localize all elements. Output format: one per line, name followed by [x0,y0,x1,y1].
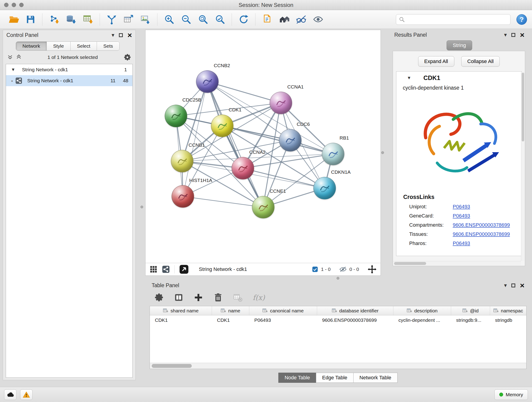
pan-crosshair-icon[interactable] [368,265,376,274]
edge-HIST1H1A-CCNE1[interactable] [183,196,263,207]
help-button[interactable]: ? [516,14,527,25]
delete-table-button[interactable] [233,293,243,302]
cloud-button[interactable] [4,389,17,400]
network-collection-row[interactable]: ▼ String Network - cdk1 1 [6,64,133,75]
window-minimize-button[interactable] [12,3,16,7]
birds-eye-view-icon[interactable] [150,265,157,273]
open-panels-button[interactable] [260,12,274,27]
panel-maximize-icon[interactable] [511,283,515,287]
tab-network-table[interactable]: Network Table [353,373,398,383]
gene-collapse-icon[interactable]: ▼ [407,75,413,80]
search-field[interactable] [396,14,510,25]
network-canvas[interactable]: CCNB2CCNA1CDC25BCDK1CDC6RB1CCNB1CCNA2CDK… [146,30,380,263]
edge-CDK1-RB1[interactable] [222,126,333,154]
collapse-all-icon[interactable] [7,54,13,60]
column-header-canonical-name[interactable]: canonical name [249,306,317,315]
toggle-glass-effect-button[interactable] [294,12,308,27]
tab-network[interactable]: Network [16,42,47,51]
tab-string[interactable]: String [447,40,472,51]
create-column-button[interactable] [194,293,203,302]
column-header-database-identifier[interactable]: database identifier [317,306,393,315]
memory-button[interactable]: Memory [494,389,528,400]
column-header-shared-name[interactable]: shared name [150,306,212,315]
table-horizontal-scrollbar[interactable] [150,363,526,369]
string-network-icon[interactable] [162,265,170,273]
zoom-out-button[interactable] [179,12,193,27]
open-session-button[interactable] [6,12,21,27]
splitter-handle-left[interactable] [140,206,143,208]
splitter-handle-right[interactable] [381,151,384,154]
network-options-gear-icon[interactable] [123,53,131,61]
search-input[interactable] [407,17,507,22]
collapse-all-button[interactable]: Collapse All [461,56,500,67]
new-network-button[interactable] [121,12,136,27]
import-network-database-button[interactable] [64,12,78,27]
export-image-button[interactable] [138,12,153,27]
splitter-handle-bottom[interactable] [336,277,339,280]
column-header-namespac[interactable]: namespac [490,306,526,315]
results-horizontal-scrollbar[interactable] [393,261,521,266]
crosslink-value-link[interactable]: 9606.ENSP00000378699 [453,231,510,237]
show-columns-button[interactable] [174,293,184,302]
delete-column-button[interactable] [213,293,223,302]
selected-checkbox-icon[interactable] [312,266,318,273]
refresh-view-button[interactable] [236,12,251,27]
node-CDC6[interactable] [279,129,302,152]
panel-float-icon[interactable]: ▾ [504,32,507,38]
expand-all-button[interactable]: Expand All [418,56,454,67]
zoom-in-button[interactable] [162,12,177,27]
node-CCNB1[interactable] [171,150,193,172]
node-CDKN1A[interactable] [313,177,336,199]
panel-float-icon[interactable]: ▾ [504,283,507,288]
table-settings-button[interactable] [154,293,164,302]
scrollbar-thumb[interactable] [152,364,192,368]
save-session-button[interactable] [23,12,38,27]
column-header--id[interactable]: @id [451,306,490,315]
import-network-file-button[interactable] [47,12,61,27]
tab-sets[interactable]: Sets [97,42,119,51]
crosslink-value-link[interactable]: P06493 [453,204,470,210]
node-CDC25B[interactable] [165,105,187,127]
node-CCNB2[interactable] [196,70,219,93]
node-CCNE1[interactable] [252,196,274,218]
network-tools-button[interactable] [104,12,119,27]
string-home-button[interactable] [277,12,291,27]
zoom-selected-button[interactable] [213,12,227,27]
crosslink-value-link[interactable]: 9606.ENSP00000378699 [453,222,510,228]
warnings-button[interactable] [20,389,32,400]
column-header-description[interactable]: description [393,306,451,315]
tab-edge-table[interactable]: Edge Table [316,373,354,383]
window-zoom-button[interactable] [19,3,24,7]
toggle-enhanced-graphics-button[interactable] [311,12,325,27]
open-in-browser-button[interactable] [179,264,189,274]
zoom-fit-button[interactable] [196,12,210,27]
node-CDK1[interactable] [211,115,234,137]
column-header-name[interactable]: name [212,306,249,315]
network-row[interactable]: ● String Network - cdk1 11 48 [6,75,133,86]
node-CCNA2[interactable] [232,157,254,179]
tab-select[interactable]: Select [70,42,97,51]
node-HIST1H1A[interactable] [172,185,194,208]
crosslink-value-link[interactable]: P06493 [453,213,470,219]
tree-expander-icon[interactable]: ▼ [11,67,17,72]
crosslink-value-link[interactable]: P06493 [453,240,470,246]
results-vertical-scrollbar[interactable] [521,72,525,261]
hidden-eye-slash-icon[interactable] [339,266,347,273]
table-row[interactable]: CDK1CDK1P064939606.ENSP00000378699cyclin… [150,315,526,325]
edge-CCNB2-CCNA1[interactable] [207,82,280,103]
tab-style[interactable]: Style [47,42,70,51]
panel-float-icon[interactable]: ▾ [112,32,114,38]
apply-function-button[interactable]: f(x) [253,293,265,302]
panel-close-icon[interactable]: × [520,281,525,289]
edge-CCNB2-CCNE1[interactable] [207,82,263,207]
node-RB1[interactable] [322,143,344,165]
expand-all-icon[interactable] [16,54,22,60]
panel-maximize-icon[interactable] [511,33,515,37]
import-table-file-button[interactable] [81,12,95,27]
panel-maximize-icon[interactable] [119,33,123,37]
window-close-button[interactable] [4,3,8,7]
panel-close-icon[interactable]: × [127,31,132,39]
tab-node-table[interactable]: Node Table [278,373,316,383]
panel-close-icon[interactable]: × [520,31,525,39]
node-CCNA1[interactable] [270,92,292,114]
